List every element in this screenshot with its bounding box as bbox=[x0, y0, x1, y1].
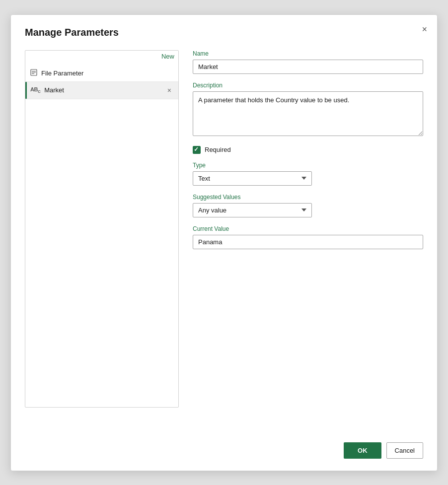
suggested-values-label: Suggested Values bbox=[193, 194, 423, 201]
current-value-input[interactable] bbox=[193, 235, 423, 249]
type-field-group: Type Text Number Date Date/Time Duration… bbox=[193, 162, 423, 186]
dialog-footer: OK Cancel bbox=[344, 432, 423, 459]
suggested-values-select[interactable]: Any value List of values Query bbox=[193, 203, 312, 217]
required-row: Required bbox=[193, 146, 423, 154]
name-field-group: Name bbox=[193, 50, 423, 74]
selected-indicator bbox=[25, 82, 27, 99]
required-checkbox[interactable] bbox=[193, 146, 201, 154]
cancel-button[interactable]: Cancel bbox=[386, 442, 423, 459]
type-label: Type bbox=[193, 162, 423, 169]
name-input[interactable] bbox=[193, 60, 423, 74]
type-select[interactable]: Text Number Date Date/Time Duration Bina… bbox=[193, 171, 312, 186]
abc-icon: ABC bbox=[30, 86, 40, 94]
required-checkbox-label[interactable]: Required bbox=[193, 146, 231, 154]
list-item[interactable]: File Parameter bbox=[25, 65, 178, 82]
list-item[interactable]: ABC Market × bbox=[25, 82, 178, 99]
parameter-list: File Parameter ABC Market × bbox=[25, 65, 178, 407]
required-label: Required bbox=[205, 146, 231, 153]
name-label: Name bbox=[193, 50, 423, 57]
left-panel: New File Parameter bbox=[25, 50, 179, 408]
suggested-values-field-group: Suggested Values Any value List of value… bbox=[193, 194, 423, 217]
new-button-bar: New bbox=[25, 51, 178, 63]
ok-button[interactable]: OK bbox=[344, 442, 381, 459]
param-item-label: File Parameter bbox=[41, 69, 173, 77]
description-input[interactable] bbox=[193, 91, 423, 136]
description-field-group: Description bbox=[193, 82, 423, 138]
description-label: Description bbox=[193, 82, 423, 89]
current-value-field-group: Current Value bbox=[193, 225, 423, 249]
new-button[interactable]: New bbox=[157, 51, 178, 63]
right-panel: Name Description Required Type Text Numb… bbox=[179, 50, 423, 408]
dialog-title: Manage Parameters bbox=[25, 27, 423, 38]
param-item-label: Market bbox=[44, 86, 161, 94]
close-button[interactable]: × bbox=[420, 23, 429, 36]
file-icon bbox=[30, 69, 37, 77]
content-area: New File Parameter bbox=[25, 50, 423, 408]
delete-parameter-button[interactable]: × bbox=[165, 86, 173, 95]
manage-parameters-dialog: Manage Parameters × New bbox=[10, 14, 438, 471]
current-value-label: Current Value bbox=[193, 225, 423, 232]
